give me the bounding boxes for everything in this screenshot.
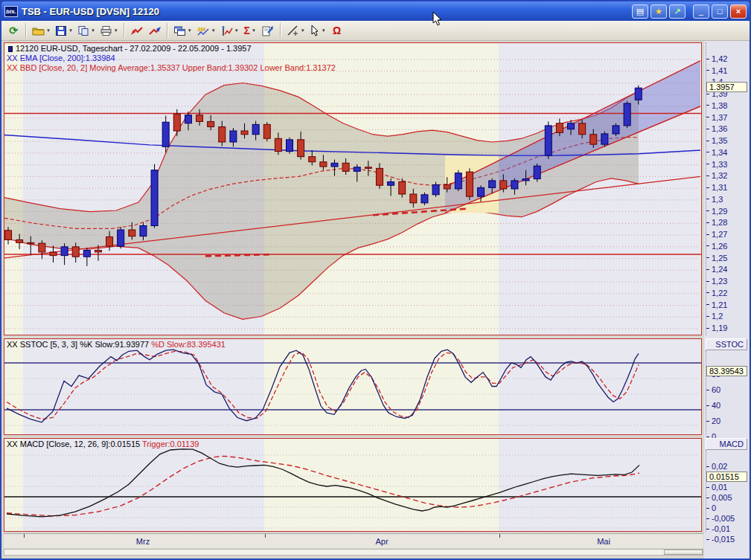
dropdown-arrow-icon[interactable]: ▼ — [188, 28, 192, 33]
macd-axis[interactable]: 0,020,010,0050-0,005-0,01-0,0150.01515 — [706, 450, 747, 532]
macd-legend-main: XX MACD [Close, 12, 26, 9]:0.01515 — [7, 440, 142, 448]
refresh-button[interactable]: ⟳ — [4, 22, 22, 39]
print-icon — [100, 25, 112, 36]
axis-tick-label: 0,005 — [706, 493, 732, 502]
dropdown-arrow-icon[interactable]: ▼ — [322, 28, 326, 33]
pointer-tool-button[interactable]: ▼ — [307, 22, 328, 39]
current-value-box: 1.3957 — [706, 82, 747, 92]
toolbar-separator — [25, 23, 27, 38]
chart-title-text: 12120 EUR-USD, Tageschart - 27.02.2009 -… — [16, 44, 252, 53]
toolbar-separator — [280, 23, 281, 38]
mouse-cursor — [432, 12, 443, 27]
axis-tick-label: 1,26 — [706, 242, 727, 251]
save-button[interactable]: ▼ — [53, 22, 75, 39]
time-axis-tick — [499, 534, 500, 538]
dropdown-arrow-icon[interactable]: ▼ — [301, 28, 305, 33]
horizontal-scrollbar[interactable] — [4, 549, 703, 556]
dropdown-arrow-icon[interactable]: ▼ — [68, 28, 73, 33]
main-price-chart[interactable]: 12120 EUR-USD, Tageschart - 27.02.2009 -… — [4, 42, 702, 335]
axis-tick-label: 1,36 — [706, 124, 727, 133]
scrollbar-thumb[interactable] — [664, 550, 703, 555]
line-tool-icon — [287, 25, 299, 36]
copy-icon — [77, 25, 89, 36]
axis-tick-label: 1,28 — [706, 218, 727, 227]
price-axis[interactable]: 1,421,411,41,391,381,371,361,351,341,331… — [706, 42, 747, 335]
axis-tick-label: 0,02 — [706, 462, 727, 471]
time-axis-label: Apr — [375, 537, 388, 546]
open-folder-icon — [32, 25, 45, 36]
axis-tick-label: 1,25 — [706, 254, 727, 263]
formula-button[interactable]: Σ▼ — [241, 22, 259, 39]
title-bar[interactable]: bis. TSB - EUR-USD [DVSN] 12120 ▤ ★ ↗ _ … — [1, 1, 750, 21]
axis-tick-label: 1,2 — [706, 312, 723, 321]
line-tool-button[interactable]: ▼ — [284, 22, 307, 39]
axis-tick-label: 1,19 — [706, 324, 727, 332]
axis-tick-label: 1,42 — [706, 54, 727, 63]
sstoc-axis[interactable]: 80604020083.39543 — [706, 350, 747, 435]
macd-indicator-panel[interactable]: XX MACD [Close, 12, 26, 9]:0.01515 Trigg… — [4, 438, 702, 532]
print-button[interactable]: ▼ — [98, 22, 121, 39]
macd-axis-header: MACD — [706, 438, 747, 450]
timeframe-button[interactable]: 3M▼ — [194, 22, 218, 39]
prev-chart-button[interactable] — [128, 22, 146, 39]
sstoc-axis-header: SSTOC — [706, 338, 747, 350]
pointer-tool-icon — [310, 25, 320, 36]
dropdown-arrow-icon[interactable]: ▼ — [211, 28, 216, 33]
minimize-button[interactable]: _ — [693, 4, 709, 19]
maximize-button[interactable]: □ — [712, 4, 728, 19]
dropdown-arrow-icon[interactable]: ▼ — [114, 28, 118, 33]
panel-layout-button[interactable]: ▤ — [632, 4, 648, 19]
formula-sigma-icon: Σ — [243, 25, 249, 36]
dropdown-arrow-icon[interactable]: ▼ — [91, 28, 95, 33]
axis-tick-label: 1,27 — [706, 230, 727, 239]
chart-workspace: 12120 EUR-USD, Tageschart - 27.02.2009 -… — [1, 41, 750, 559]
axis-tick-label: 1,21 — [706, 300, 727, 309]
refresh-icon: ⟳ — [9, 25, 18, 36]
time-axis: MrzAprMai — [4, 533, 703, 548]
dropdown-arrow-icon[interactable]: ▼ — [234, 28, 239, 33]
axis-tick-label: 20 — [706, 416, 720, 425]
window-title: TSB - EUR-USD [DVSN] 12120 — [22, 6, 159, 17]
prev-chart-icon — [130, 25, 144, 36]
chart-windows-button[interactable]: ▼ — [171, 22, 194, 39]
axis-tick-label: 1,29 — [706, 207, 727, 216]
copy-button[interactable]: ▼ — [75, 22, 98, 39]
sstoc-legend-k: XX SSTOC [5, 3, 3] %K Slow:91.93977 — [7, 340, 151, 349]
axis-tick-label: 1,32 — [706, 171, 727, 180]
axis-tick-label: 1,35 — [706, 136, 727, 145]
magnet-button[interactable]: Ω — [328, 22, 346, 39]
sstoc-legend: XX SSTOC [5, 3, 3] %K Slow:91.93977 %D S… — [7, 340, 226, 350]
macd-legend-trigger: Trigger:0.01139 — [142, 440, 199, 448]
sstoc-indicator-panel[interactable]: XX SSTOC [5, 3, 3] %K Slow:91.93977 %D S… — [4, 338, 702, 435]
toolbar: ⟳▼▼▼▼▼3M▼▼Σ▼▼▼Ω — [1, 21, 750, 41]
current-value-box: 83.39543 — [706, 366, 747, 376]
axis-tick-label: 60 — [706, 385, 720, 394]
axis-tick-label: -0,015 — [706, 535, 735, 544]
axis-tick-label: 1,23 — [706, 277, 727, 286]
study-button[interactable]: ▼ — [218, 22, 241, 39]
app-icon: bis. — [4, 6, 18, 17]
close-button[interactable]: × — [730, 4, 747, 19]
axis-tick-label: 1,22 — [706, 289, 727, 297]
dropdown-arrow-icon[interactable]: ▼ — [252, 28, 256, 33]
time-axis-label: Mrz — [136, 537, 150, 546]
next-chart-icon — [148, 25, 162, 36]
link-button[interactable]: ↗ — [669, 4, 686, 19]
favorite-button[interactable]: ★ — [651, 4, 667, 19]
dropdown-arrow-icon[interactable]: ▼ — [46, 28, 51, 33]
study-icon — [220, 25, 233, 36]
axis-tick-label: 1,41 — [706, 66, 727, 75]
open-button[interactable]: ▼ — [30, 22, 53, 39]
axis-tick-label: 40 — [706, 401, 720, 410]
axis-tick-label: -0,005 — [706, 514, 735, 523]
properties-icon — [261, 25, 274, 36]
sstoc-legend-d: %D Slow:83.395431 — [151, 340, 226, 349]
save-icon — [55, 25, 67, 36]
toolbar-separator — [124, 23, 125, 38]
macd-legend: XX MACD [Close, 12, 26, 9]:0.01515 Trigg… — [7, 440, 199, 449]
properties-button[interactable] — [259, 22, 277, 39]
timeframe-icon: 3M — [196, 25, 210, 36]
next-chart-button[interactable] — [146, 22, 164, 39]
instrument-icon — [8, 46, 13, 52]
magnet-icon: Ω — [333, 25, 341, 36]
